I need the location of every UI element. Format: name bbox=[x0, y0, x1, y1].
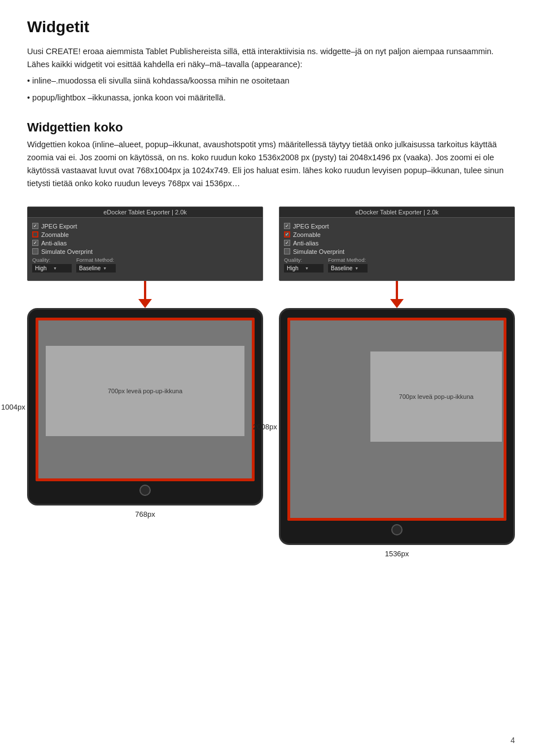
jpeg-row-left: JPEG Export bbox=[32, 223, 258, 230]
red-top-right bbox=[287, 318, 506, 320]
page-number: 4 bbox=[510, 736, 515, 745]
intro-p1: Uusi CREATE! eroaa aiemmista Tablet Publ… bbox=[27, 45, 515, 71]
zoomable-checkbox-left[interactable] bbox=[32, 231, 38, 238]
quality-group-right: Quality: High ▼ bbox=[284, 257, 324, 272]
format-value-left: Baseline bbox=[79, 265, 100, 271]
quality-value-left: High bbox=[35, 265, 51, 271]
jpeg-label-right: JPEG Export bbox=[293, 223, 329, 230]
arrow-stem-left bbox=[144, 281, 146, 299]
fields-row-right: Quality: High ▼ Format Method: Baseline … bbox=[284, 257, 510, 272]
format-label-right: Format Method: bbox=[328, 257, 368, 263]
arrow-down-right bbox=[390, 281, 404, 308]
intro-bullet2: • popup/lightbox –ikkunassa, jonka koon … bbox=[27, 91, 515, 104]
tablet-area-left: 1004px 700px leveä pop-up-ikkuna bbox=[27, 308, 263, 506]
popup-right: 700px leveä pop-up-ikkuna bbox=[370, 351, 502, 442]
antialias-row-right: Anti-alias bbox=[284, 240, 510, 247]
simulate-label-right: Simulate Overprint bbox=[293, 248, 344, 255]
zoomable-checkbox-right[interactable] bbox=[284, 231, 290, 238]
tablet-screen-right: 700px leveä pop-up-ikkuna bbox=[287, 318, 506, 521]
diagram-right: eDocker Tablet Exporter | 2.0k JPEG Expo… bbox=[279, 206, 515, 558]
popup-label-left: 700px leveä pop-up-ikkuna bbox=[106, 385, 185, 397]
simulate-checkbox-right[interactable] bbox=[284, 248, 290, 254]
quality-label-left: Quality: bbox=[32, 257, 72, 263]
jpeg-label-left: JPEG Export bbox=[41, 223, 77, 230]
zoomable-label-left: Zoomable bbox=[41, 231, 69, 238]
format-arrow-left: ▼ bbox=[103, 266, 113, 270]
section-title: Widgettien koko bbox=[27, 120, 515, 135]
quality-label-right: Quality: bbox=[284, 257, 324, 263]
antialias-label-left: Anti-alias bbox=[41, 240, 67, 247]
red-bottom-right bbox=[287, 518, 506, 521]
panel-title-left: eDocker Tablet Exporter | 2.0k bbox=[28, 207, 263, 218]
tablet-bottom-left bbox=[36, 485, 255, 496]
popup-label-right: 700px leveä pop-up-ikkuna bbox=[397, 391, 476, 402]
red-left-left bbox=[36, 318, 38, 481]
format-value-right: Baseline bbox=[331, 265, 352, 271]
red-left-right bbox=[287, 318, 290, 521]
zoomable-row-left: Zoomable bbox=[32, 231, 258, 238]
tablet-screen-left: 700px leveä pop-up-ikkuna bbox=[36, 318, 255, 481]
red-right-right bbox=[504, 318, 506, 521]
format-group-left: Format Method: Baseline ▼ bbox=[76, 257, 116, 272]
page-title: Widgetit bbox=[27, 18, 515, 36]
arrow-down-left bbox=[138, 281, 152, 308]
arrow-head-right bbox=[390, 299, 404, 308]
antialias-checkbox-left[interactable] bbox=[32, 240, 38, 246]
diagram-left: eDocker Tablet Exporter | 2.0k JPEG Expo… bbox=[27, 206, 263, 558]
home-btn-right bbox=[391, 524, 403, 535]
antialias-label-right: Anti-alias bbox=[293, 240, 318, 247]
antialias-checkbox-right[interactable] bbox=[284, 240, 290, 246]
format-label-left: Format Method: bbox=[76, 257, 116, 263]
arrow-stem-right bbox=[396, 281, 398, 299]
format-dropdown-right[interactable]: Baseline ▼ bbox=[328, 264, 368, 272]
format-group-right: Format Method: Baseline ▼ bbox=[328, 257, 368, 272]
ui-panel-right: eDocker Tablet Exporter | 2.0k JPEG Expo… bbox=[279, 206, 515, 281]
simulate-checkbox-left[interactable] bbox=[32, 248, 38, 254]
quality-group-left: Quality: High ▼ bbox=[32, 257, 72, 272]
fields-row-left: Quality: High ▼ Format Method: Baseline … bbox=[32, 257, 258, 272]
zoomable-label-right: Zoomable bbox=[293, 231, 321, 238]
tablet-area-right: 2008px 700px leveä pop-up-ikkuna bbox=[279, 308, 515, 545]
intro-bullet1: • inline–.muodossa eli sivulla siinä koh… bbox=[27, 74, 515, 87]
simulate-row-left: Simulate Overprint bbox=[32, 248, 258, 255]
bottom-label-right: 1536px bbox=[385, 550, 409, 558]
home-btn-left bbox=[139, 485, 151, 496]
simulate-label-left: Simulate Overprint bbox=[41, 248, 93, 255]
jpeg-checkbox-left[interactable] bbox=[32, 223, 38, 229]
ui-panel-left: eDocker Tablet Exporter | 2.0k JPEG Expo… bbox=[27, 206, 263, 281]
red-bottom-left bbox=[36, 478, 255, 481]
jpeg-row-right: JPEG Export bbox=[284, 223, 510, 230]
quality-dropdown-left[interactable]: High ▼ bbox=[32, 264, 72, 272]
jpeg-checkbox-right[interactable] bbox=[284, 223, 290, 229]
format-dropdown-left[interactable]: Baseline ▼ bbox=[76, 264, 116, 272]
tablet-bottom-right bbox=[287, 524, 506, 535]
quality-arrow-right: ▼ bbox=[305, 266, 321, 270]
tablet-device-right: 700px leveä pop-up-ikkuna bbox=[279, 308, 515, 545]
bottom-label-left: 768px bbox=[135, 510, 155, 518]
arrow-head-left bbox=[138, 299, 152, 308]
zoomable-row-right: Zoomable bbox=[284, 231, 510, 238]
panel-title-right: eDocker Tablet Exporter | 2.0k bbox=[279, 207, 514, 218]
popup-left: 700px leveä pop-up-ikkuna bbox=[46, 346, 244, 436]
side-label-left: 1004px bbox=[1, 402, 25, 411]
tablet-device-left: 700px leveä pop-up-ikkuna bbox=[27, 308, 263, 506]
red-top-left bbox=[36, 318, 255, 320]
simulate-row-right: Simulate Overprint bbox=[284, 248, 510, 255]
quality-value-right: High bbox=[287, 265, 303, 271]
quality-dropdown-right[interactable]: High ▼ bbox=[284, 264, 324, 272]
format-arrow-right: ▼ bbox=[355, 266, 365, 270]
red-right-left bbox=[252, 318, 255, 481]
section-body: Widgettien kokoa (inline–alueet, popup–i… bbox=[27, 138, 515, 191]
quality-arrow-left: ▼ bbox=[53, 266, 69, 270]
side-label-right: 2008px bbox=[253, 422, 277, 430]
antialias-row-left: Anti-alias bbox=[32, 240, 258, 247]
diagrams-row: eDocker Tablet Exporter | 2.0k JPEG Expo… bbox=[27, 206, 515, 558]
